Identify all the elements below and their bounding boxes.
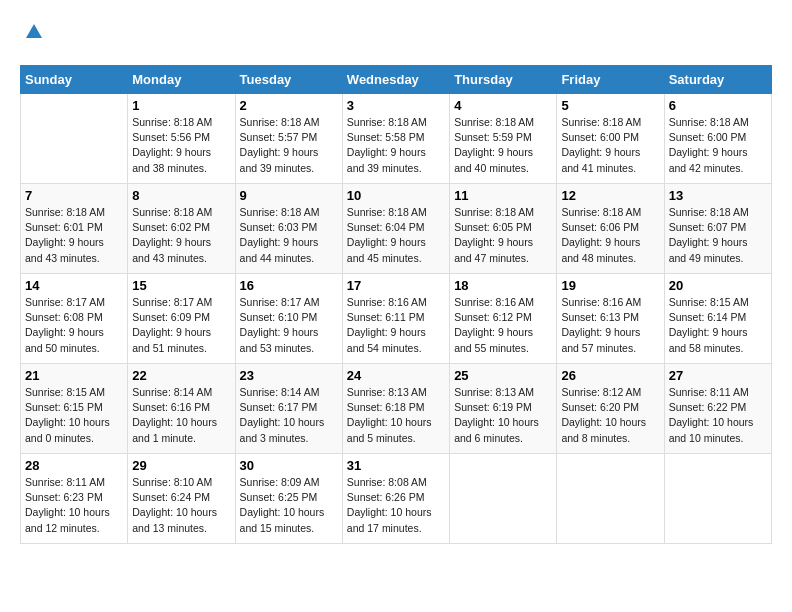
day-info: Sunrise: 8:12 AMSunset: 6:20 PMDaylight:… bbox=[561, 385, 659, 446]
day-number: 7 bbox=[25, 188, 123, 203]
day-info: Sunrise: 8:16 AMSunset: 6:12 PMDaylight:… bbox=[454, 295, 552, 356]
day-number: 21 bbox=[25, 368, 123, 383]
day-cell: 23Sunrise: 8:14 AMSunset: 6:17 PMDayligh… bbox=[235, 364, 342, 454]
day-cell: 24Sunrise: 8:13 AMSunset: 6:18 PMDayligh… bbox=[342, 364, 449, 454]
day-info: Sunrise: 8:18 AMSunset: 6:03 PMDaylight:… bbox=[240, 205, 338, 266]
day-info: Sunrise: 8:18 AMSunset: 6:00 PMDaylight:… bbox=[561, 115, 659, 176]
day-number: 4 bbox=[454, 98, 552, 113]
week-row-4: 21Sunrise: 8:15 AMSunset: 6:15 PMDayligh… bbox=[21, 364, 772, 454]
day-info: Sunrise: 8:11 AMSunset: 6:22 PMDaylight:… bbox=[669, 385, 767, 446]
day-number: 27 bbox=[669, 368, 767, 383]
day-number: 5 bbox=[561, 98, 659, 113]
day-cell bbox=[21, 94, 128, 184]
day-cell: 6Sunrise: 8:18 AMSunset: 6:00 PMDaylight… bbox=[664, 94, 771, 184]
logo bbox=[20, 20, 46, 49]
day-number: 3 bbox=[347, 98, 445, 113]
col-header-tuesday: Tuesday bbox=[235, 66, 342, 94]
day-number: 25 bbox=[454, 368, 552, 383]
day-number: 1 bbox=[132, 98, 230, 113]
day-cell bbox=[664, 454, 771, 544]
day-number: 13 bbox=[669, 188, 767, 203]
day-info: Sunrise: 8:18 AMSunset: 5:56 PMDaylight:… bbox=[132, 115, 230, 176]
day-number: 22 bbox=[132, 368, 230, 383]
day-number: 10 bbox=[347, 188, 445, 203]
day-number: 24 bbox=[347, 368, 445, 383]
page-header bbox=[20, 20, 772, 49]
day-number: 2 bbox=[240, 98, 338, 113]
day-cell: 31Sunrise: 8:08 AMSunset: 6:26 PMDayligh… bbox=[342, 454, 449, 544]
day-info: Sunrise: 8:18 AMSunset: 6:01 PMDaylight:… bbox=[25, 205, 123, 266]
day-info: Sunrise: 8:17 AMSunset: 6:10 PMDaylight:… bbox=[240, 295, 338, 356]
week-row-2: 7Sunrise: 8:18 AMSunset: 6:01 PMDaylight… bbox=[21, 184, 772, 274]
day-cell: 2Sunrise: 8:18 AMSunset: 5:57 PMDaylight… bbox=[235, 94, 342, 184]
day-number: 20 bbox=[669, 278, 767, 293]
week-row-1: 1Sunrise: 8:18 AMSunset: 5:56 PMDaylight… bbox=[21, 94, 772, 184]
day-cell: 20Sunrise: 8:15 AMSunset: 6:14 PMDayligh… bbox=[664, 274, 771, 364]
day-cell: 25Sunrise: 8:13 AMSunset: 6:19 PMDayligh… bbox=[450, 364, 557, 454]
day-info: Sunrise: 8:18 AMSunset: 5:58 PMDaylight:… bbox=[347, 115, 445, 176]
day-info: Sunrise: 8:18 AMSunset: 6:06 PMDaylight:… bbox=[561, 205, 659, 266]
day-info: Sunrise: 8:18 AMSunset: 6:07 PMDaylight:… bbox=[669, 205, 767, 266]
day-info: Sunrise: 8:11 AMSunset: 6:23 PMDaylight:… bbox=[25, 475, 123, 536]
day-number: 6 bbox=[669, 98, 767, 113]
day-number: 19 bbox=[561, 278, 659, 293]
day-info: Sunrise: 8:16 AMSunset: 6:11 PMDaylight:… bbox=[347, 295, 445, 356]
col-header-saturday: Saturday bbox=[664, 66, 771, 94]
day-number: 12 bbox=[561, 188, 659, 203]
day-number: 17 bbox=[347, 278, 445, 293]
day-info: Sunrise: 8:15 AMSunset: 6:15 PMDaylight:… bbox=[25, 385, 123, 446]
day-number: 28 bbox=[25, 458, 123, 473]
day-number: 31 bbox=[347, 458, 445, 473]
day-info: Sunrise: 8:16 AMSunset: 6:13 PMDaylight:… bbox=[561, 295, 659, 356]
day-number: 16 bbox=[240, 278, 338, 293]
day-cell: 9Sunrise: 8:18 AMSunset: 6:03 PMDaylight… bbox=[235, 184, 342, 274]
day-info: Sunrise: 8:15 AMSunset: 6:14 PMDaylight:… bbox=[669, 295, 767, 356]
day-cell: 27Sunrise: 8:11 AMSunset: 6:22 PMDayligh… bbox=[664, 364, 771, 454]
day-cell: 13Sunrise: 8:18 AMSunset: 6:07 PMDayligh… bbox=[664, 184, 771, 274]
day-cell: 17Sunrise: 8:16 AMSunset: 6:11 PMDayligh… bbox=[342, 274, 449, 364]
col-header-sunday: Sunday bbox=[21, 66, 128, 94]
day-info: Sunrise: 8:18 AMSunset: 5:59 PMDaylight:… bbox=[454, 115, 552, 176]
day-info: Sunrise: 8:14 AMSunset: 6:16 PMDaylight:… bbox=[132, 385, 230, 446]
day-cell: 21Sunrise: 8:15 AMSunset: 6:15 PMDayligh… bbox=[21, 364, 128, 454]
day-number: 8 bbox=[132, 188, 230, 203]
day-number: 29 bbox=[132, 458, 230, 473]
col-header-thursday: Thursday bbox=[450, 66, 557, 94]
day-cell bbox=[450, 454, 557, 544]
day-info: Sunrise: 8:10 AMSunset: 6:24 PMDaylight:… bbox=[132, 475, 230, 536]
col-header-monday: Monday bbox=[128, 66, 235, 94]
day-cell: 18Sunrise: 8:16 AMSunset: 6:12 PMDayligh… bbox=[450, 274, 557, 364]
day-info: Sunrise: 8:13 AMSunset: 6:19 PMDaylight:… bbox=[454, 385, 552, 446]
day-info: Sunrise: 8:18 AMSunset: 6:04 PMDaylight:… bbox=[347, 205, 445, 266]
day-cell: 15Sunrise: 8:17 AMSunset: 6:09 PMDayligh… bbox=[128, 274, 235, 364]
day-info: Sunrise: 8:08 AMSunset: 6:26 PMDaylight:… bbox=[347, 475, 445, 536]
header-row: SundayMondayTuesdayWednesdayThursdayFrid… bbox=[21, 66, 772, 94]
day-cell: 19Sunrise: 8:16 AMSunset: 6:13 PMDayligh… bbox=[557, 274, 664, 364]
day-info: Sunrise: 8:18 AMSunset: 6:00 PMDaylight:… bbox=[669, 115, 767, 176]
day-cell: 3Sunrise: 8:18 AMSunset: 5:58 PMDaylight… bbox=[342, 94, 449, 184]
day-info: Sunrise: 8:18 AMSunset: 6:05 PMDaylight:… bbox=[454, 205, 552, 266]
day-cell: 12Sunrise: 8:18 AMSunset: 6:06 PMDayligh… bbox=[557, 184, 664, 274]
day-info: Sunrise: 8:17 AMSunset: 6:08 PMDaylight:… bbox=[25, 295, 123, 356]
day-cell: 1Sunrise: 8:18 AMSunset: 5:56 PMDaylight… bbox=[128, 94, 235, 184]
day-info: Sunrise: 8:17 AMSunset: 6:09 PMDaylight:… bbox=[132, 295, 230, 356]
day-info: Sunrise: 8:18 AMSunset: 5:57 PMDaylight:… bbox=[240, 115, 338, 176]
day-cell: 26Sunrise: 8:12 AMSunset: 6:20 PMDayligh… bbox=[557, 364, 664, 454]
logo-icon bbox=[22, 20, 46, 44]
day-cell: 4Sunrise: 8:18 AMSunset: 5:59 PMDaylight… bbox=[450, 94, 557, 184]
day-info: Sunrise: 8:14 AMSunset: 6:17 PMDaylight:… bbox=[240, 385, 338, 446]
week-row-3: 14Sunrise: 8:17 AMSunset: 6:08 PMDayligh… bbox=[21, 274, 772, 364]
day-number: 30 bbox=[240, 458, 338, 473]
day-info: Sunrise: 8:13 AMSunset: 6:18 PMDaylight:… bbox=[347, 385, 445, 446]
day-cell: 22Sunrise: 8:14 AMSunset: 6:16 PMDayligh… bbox=[128, 364, 235, 454]
col-header-friday: Friday bbox=[557, 66, 664, 94]
day-cell bbox=[557, 454, 664, 544]
day-number: 23 bbox=[240, 368, 338, 383]
day-number: 9 bbox=[240, 188, 338, 203]
day-number: 26 bbox=[561, 368, 659, 383]
day-cell: 29Sunrise: 8:10 AMSunset: 6:24 PMDayligh… bbox=[128, 454, 235, 544]
week-row-5: 28Sunrise: 8:11 AMSunset: 6:23 PMDayligh… bbox=[21, 454, 772, 544]
col-header-wednesday: Wednesday bbox=[342, 66, 449, 94]
day-number: 11 bbox=[454, 188, 552, 203]
svg-marker-0 bbox=[26, 24, 42, 38]
